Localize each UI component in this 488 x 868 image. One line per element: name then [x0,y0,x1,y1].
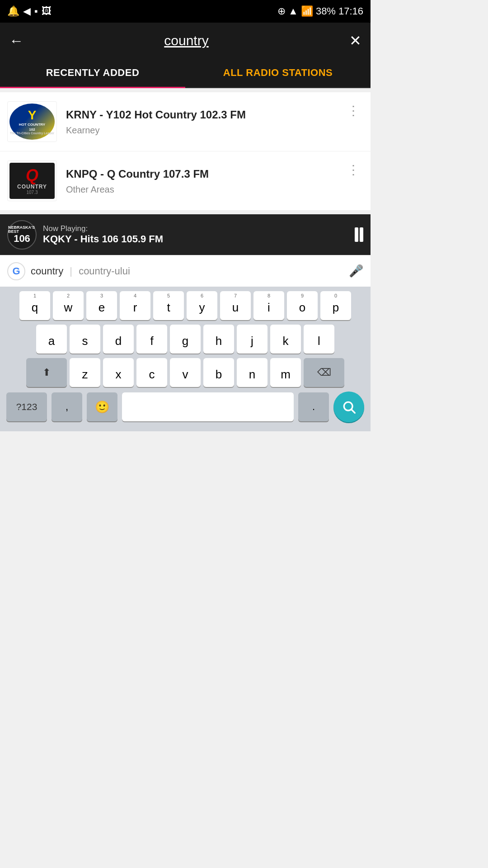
keyboard-row-1: 1 q 2 w 3 e 4 r 5 t 6 y 7 u 8 i [0,291,371,320]
search-icon [342,400,356,414]
comma-key[interactable]: , [52,392,82,421]
tab-recently-added[interactable]: RECENTLY ADDED [0,59,185,88]
station-name-knpq: KNPQ - Q Country 107.3 FM [66,167,343,181]
station-card-krny[interactable]: Y HOT COUNTRY 102 The Tri-Cities Country… [0,92,371,151]
hits-station-logo: NEBRASKA'S BEST 106 [7,220,37,250]
more-options-krny[interactable]: ⋮ [343,101,363,120]
sym-key[interactable]: ?123 [6,392,47,421]
keyboard: 1 q 2 w 3 e 4 r 5 t 6 y 7 u 8 i [0,287,371,431]
close-button[interactable]: ✕ [349,32,361,49]
key-l[interactable]: l [304,325,334,354]
signal-icon: ◀ [23,5,31,17]
time-display: 17:16 [338,5,363,17]
shift-key[interactable]: ⬆ [26,358,67,387]
key-u[interactable]: 7 u [220,291,251,320]
keyboard-row-3: ⬆ z x c v b n m ⌫ [0,358,371,387]
battery-indicator: 38% [316,5,336,17]
space-key[interactable] [122,392,294,421]
key-k[interactable]: k [270,325,301,354]
key-g[interactable]: g [170,325,201,354]
station-location-knpq: Other Areas [66,184,343,195]
station-name-krny: KRNY - Y102 Hot Country 102.3 FM [66,108,343,122]
key-s[interactable]: s [70,325,100,354]
station-logo-knpq: Q COUNTRY 107.3 [7,160,57,201]
google-primary-suggestion[interactable]: country [31,265,63,277]
key-h[interactable]: h [203,325,234,354]
pause-button[interactable] [355,227,363,242]
wifi-icon: ▲ [288,5,298,17]
signal-bars-icon: 📶 [301,5,313,17]
key-e[interactable]: 3 e [86,291,117,320]
pause-bar-right [360,227,363,242]
image-icon: 🖼 [42,5,52,17]
status-right: ⊕ ▲ 📶 38% 17:16 [277,5,363,17]
google-logo: G [7,262,25,280]
now-playing-bar[interactable]: NEBRASKA'S BEST 106 Now Playing: KQKY - … [0,214,371,255]
separator: | [70,265,72,277]
google-search-bar: G country | country-ului 🎤 [0,255,371,287]
period-key[interactable]: . [298,392,329,421]
microphone-icon[interactable]: 🎤 [349,264,363,278]
key-p[interactable]: 0 p [320,291,351,320]
key-t[interactable]: 5 t [153,291,184,320]
key-d[interactable]: d [103,325,134,354]
stations-list: Y HOT COUNTRY 102 The Tri-Cities Country… [0,92,371,211]
pause-bar-left [355,227,358,242]
key-b[interactable]: b [203,358,234,387]
key-q[interactable]: 1 q [19,291,50,320]
key-i[interactable]: 8 i [253,291,284,320]
google-search-text[interactable]: country | country-ului [31,265,130,277]
key-a[interactable]: a [36,325,67,354]
tab-all-radio-stations[interactable]: ALL RADIO STATIONS [185,59,371,87]
status-bar: 🔔 ◀ ▪ 🖼 ⊕ ▲ 📶 38% 17:16 [0,0,371,23]
key-w[interactable]: 2 w [53,291,84,320]
key-z[interactable]: z [70,358,100,387]
key-j[interactable]: j [237,325,267,354]
key-c[interactable]: c [136,358,167,387]
square-icon: ▪ [34,5,38,17]
keyboard-bottom-row: ?123 , 🙂 . [0,392,371,422]
key-m[interactable]: m [270,358,301,387]
key-f[interactable]: f [136,325,167,354]
key-n[interactable]: n [237,358,267,387]
search-key[interactable] [333,392,364,422]
key-o[interactable]: 9 o [287,291,318,320]
more-options-knpq[interactable]: ⋮ [343,160,363,179]
add-circle-icon: ⊕ [277,5,286,17]
key-r[interactable]: 4 r [120,291,150,320]
now-playing-station-name: KQKY - Hits 106 105.9 FM [43,233,348,245]
back-button[interactable]: ← [9,33,23,49]
key-v[interactable]: v [170,358,201,387]
tab-bar: RECENTLY ADDED ALL RADIO STATIONS [0,59,371,88]
station-logo-krny: Y HOT COUNTRY 102 The Tri-Cities Country… [7,101,57,142]
key-y[interactable]: 6 y [187,291,217,320]
notification-icon: 🔔 [7,5,19,17]
backspace-key[interactable]: ⌫ [304,358,344,387]
emoji-key[interactable]: 🙂 [87,392,117,421]
station-card-knpq[interactable]: Q COUNTRY 107.3 KNPQ - Q Country 107.3 F… [0,151,371,211]
search-query-text[interactable]: country [33,33,340,48]
top-search-bar: ← country ✕ [0,23,371,59]
svg-line-1 [352,410,355,413]
google-secondary-suggestion[interactable]: country-ului [79,265,130,277]
now-playing-label: Now Playing: [43,224,348,233]
now-playing-info: Now Playing: KQKY - Hits 106 105.9 FM [43,224,348,245]
status-left: 🔔 ◀ ▪ 🖼 [7,5,52,17]
station-location-krny: Kearney [66,125,343,136]
keyboard-row-2: a s d f g h j k l [0,325,371,354]
station-info-knpq: KNPQ - Q Country 107.3 FM Other Areas [66,167,343,195]
key-x[interactable]: x [103,358,134,387]
station-info-krny: KRNY - Y102 Hot Country 102.3 FM Kearney [66,108,343,136]
